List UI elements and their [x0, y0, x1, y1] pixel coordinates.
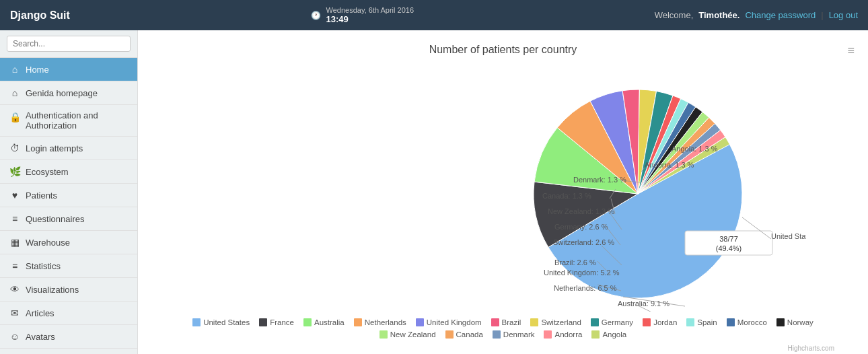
- legend-label: United Kingdom: [427, 318, 482, 326]
- sidebar-label-avatars: Avatars: [26, 332, 55, 342]
- sidebar-items: ⌂ Home⌂ Genida homepage🔒 Authentication …: [0, 58, 137, 354]
- legend-color: [591, 318, 599, 326]
- sidebar-item-articles[interactable]: ✉ Articles: [0, 302, 137, 325]
- chart-legend: United States France Australia Netherlan…: [158, 312, 848, 342]
- pie-label: Germany: 2.6 %: [554, 223, 608, 231]
- questionnaires-icon: ≡: [9, 213, 20, 224]
- legend-label: Andorra: [554, 330, 582, 339]
- pie-label: Australia: 9.1 %: [618, 299, 670, 308]
- brand-logo: Django Suit: [10, 9, 70, 22]
- user-area: Welcome, Timothée. Change password | Log…: [655, 10, 858, 20]
- legend-color: [686, 318, 694, 326]
- legend-item[interactable]: United Kingdom: [416, 318, 482, 326]
- pie-label: Switzerland: 2.6 %: [553, 238, 614, 246]
- topbar: Django Suit 🕐 Wednesday, 6th April 2016 …: [0, 0, 868, 30]
- search-box: [0, 30, 137, 58]
- legend-color: [354, 318, 362, 326]
- pie-label: Canada: 1.3 %: [542, 192, 591, 200]
- legend-label: Denmark: [503, 330, 535, 339]
- legend-item[interactable]: Norway: [776, 318, 813, 326]
- sidebar-label-ecosystem: Ecosystem: [26, 167, 69, 177]
- sidebar-item-questionnaires[interactable]: ≡ Questionnaires: [0, 207, 137, 231]
- legend-color: [643, 318, 651, 326]
- sidebar-item-archan[interactable]: ⚙ Archan: [0, 349, 137, 354]
- legend-item[interactable]: Denmark: [493, 330, 535, 339]
- legend-item[interactable]: Angola: [591, 330, 626, 339]
- search-input[interactable]: [7, 36, 131, 52]
- datetime-text: Wednesday, 6th April 2016 13:49: [326, 6, 414, 24]
- legend-item[interactable]: Canada: [445, 330, 483, 339]
- pie-label: Netherlands: 6.5 %: [554, 284, 617, 292]
- legend-color: [445, 330, 454, 339]
- legend-item[interactable]: Netherlands: [354, 318, 406, 326]
- login-icon: ⏱: [9, 143, 20, 153]
- legend-color: [530, 318, 538, 326]
- change-password-link[interactable]: Change password: [745, 10, 816, 20]
- legend-label: Norway: [787, 318, 813, 326]
- chart-title: Number of patients per country: [158, 44, 848, 56]
- clock-icon: 🕐: [311, 11, 321, 20]
- legend-item[interactable]: Germany: [591, 318, 633, 326]
- legend-label: Brazil: [502, 318, 521, 326]
- sidebar-item-ecosystem[interactable]: 🌿 Ecosystem: [0, 160, 137, 184]
- sidebar-label-auth: Authentication and Authorization: [26, 110, 128, 131]
- pie-label: Andorra: 1.3 %: [645, 161, 694, 169]
- time-label: 13:49: [326, 14, 414, 24]
- patients-icon: ♥: [9, 190, 20, 201]
- sidebar-item-patients[interactable]: ♥ Patients: [0, 184, 137, 207]
- legend-item[interactable]: New Zealand: [379, 330, 436, 339]
- legend-color: [379, 330, 388, 339]
- legend-color: [727, 318, 735, 326]
- pie-tooltip: 38/77 (49.4%): [685, 231, 772, 255]
- legend-label: New Zealand: [390, 330, 436, 339]
- legend-color: [303, 318, 312, 326]
- pie-chart-area: 38/77 (49.4%) Angola: 1.3 %Andorra: 1.3 …: [158, 69, 848, 312]
- sidebar-item-login[interactable]: ⏱ Login attempts: [0, 137, 137, 160]
- legend-item[interactable]: United States: [192, 318, 250, 326]
- sidebar-item-warehouse[interactable]: ▦ Warehouse: [0, 231, 137, 254]
- legend-color: [776, 318, 785, 326]
- legend-item[interactable]: Morocco: [727, 318, 767, 326]
- chart-menu-button[interactable]: ≡: [847, 44, 855, 58]
- chart-container: ≡ Number of patients per country 38/77 (…: [138, 30, 868, 354]
- sidebar-item-statistics[interactable]: ≡ Statistics: [0, 254, 137, 278]
- sidebar-item-genida[interactable]: ⌂ Genida homepage: [0, 81, 137, 105]
- pie-label: New Zealand: 1.3 %: [548, 207, 614, 215]
- legend-color: [259, 318, 267, 326]
- pie-label: Denmark: 1.3 %: [573, 176, 626, 184]
- sidebar-label-login: Login attempts: [26, 143, 83, 153]
- logout-link[interactable]: Log out: [829, 10, 858, 20]
- legend-color: [544, 330, 552, 339]
- legend-item[interactable]: Andorra: [544, 330, 582, 339]
- auth-icon: 🔒: [9, 112, 20, 122]
- legend-color: [491, 318, 499, 326]
- sidebar-label-warehouse: Warehouse: [26, 238, 70, 248]
- legend-item[interactable]: France: [259, 318, 294, 326]
- legend-item[interactable]: Brazil: [491, 318, 521, 326]
- legend-label: Germany: [602, 318, 633, 326]
- legend-color: [591, 330, 600, 339]
- legend-item[interactable]: Switzerland: [530, 318, 581, 326]
- articles-icon: ✉: [9, 308, 20, 318]
- sidebar-label-genida: Genida homepage: [26, 88, 98, 98]
- legend-label: Switzerland: [541, 318, 581, 326]
- legend-label: Australia: [314, 318, 345, 326]
- ecosystem-icon: 🌿: [9, 166, 20, 177]
- date-label: Wednesday, 6th April 2016: [326, 6, 414, 14]
- sidebar-item-home[interactable]: ⌂ Home: [0, 58, 137, 81]
- statistics-icon: ≡: [9, 260, 20, 271]
- sidebar-item-auth[interactable]: 🔒 Authentication and Authorization: [0, 105, 137, 137]
- legend-label: Spain: [697, 318, 717, 326]
- warehouse-icon: ▦: [9, 237, 20, 248]
- sidebar-item-visualizations[interactable]: 👁 Visualizations: [0, 278, 137, 302]
- visualizations-icon: 👁: [9, 284, 20, 295]
- legend-item[interactable]: Australia: [303, 318, 345, 326]
- legend-label: United States: [203, 318, 250, 326]
- pie-label: Angola: 1.3 %: [672, 145, 718, 153]
- genida-icon: ⌂: [9, 87, 20, 98]
- welcome-prefix: Welcome,: [655, 10, 694, 20]
- legend-item[interactable]: Spain: [686, 318, 717, 326]
- legend-color: [416, 318, 424, 326]
- sidebar-item-avatars[interactable]: ☺ Avatars: [0, 325, 137, 349]
- legend-item[interactable]: Jordan: [643, 318, 677, 326]
